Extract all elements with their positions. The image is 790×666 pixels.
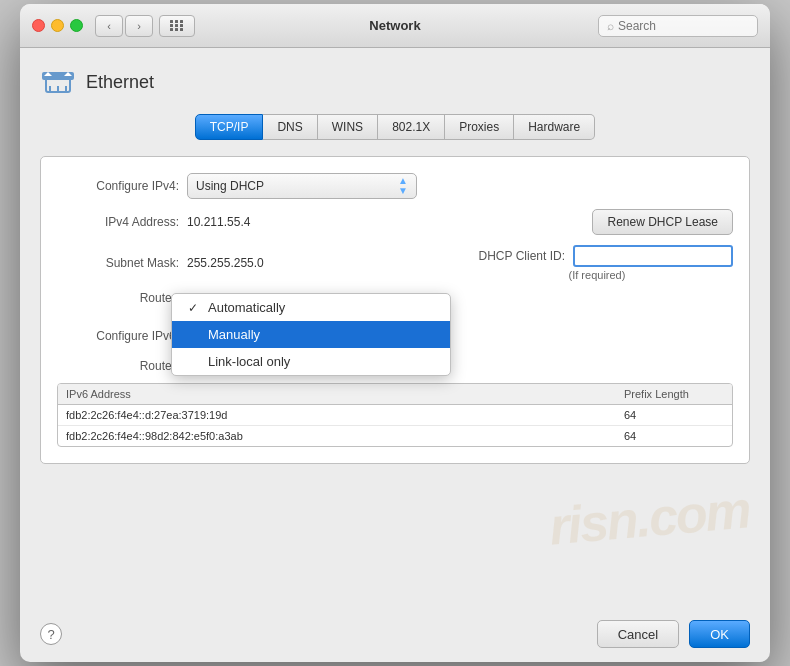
traffic-lights xyxy=(32,19,83,32)
dhcp-client-id-label: DHCP Client ID: xyxy=(479,249,565,263)
configure-ipv4-select[interactable]: Using DHCP ▲▼ xyxy=(187,173,417,199)
subnet-mask-row: Subnet Mask: 255.255.255.0 DHCP Client I… xyxy=(57,245,733,281)
ipv4-address-value: 10.211.55.4 xyxy=(187,215,250,229)
ipv6-col-addr-header: IPv6 Address xyxy=(66,388,624,400)
ethernet-header: Ethernet xyxy=(40,64,750,100)
ipv6-table: IPv6 Address Prefix Length fdb2:2c26:f4e… xyxy=(57,383,733,447)
dhcp-client-id-row: DHCP Client ID: xyxy=(479,245,733,267)
tab-wins[interactable]: WINS xyxy=(318,114,378,140)
help-button[interactable]: ? xyxy=(40,623,62,645)
dhcp-client-id-input[interactable] xyxy=(573,245,733,267)
dropdown-item-manually[interactable]: Manually xyxy=(172,321,450,348)
nav-buttons: ‹ › xyxy=(95,15,153,37)
bottom-right-buttons: Cancel OK xyxy=(597,620,750,648)
fullscreen-button[interactable] xyxy=(70,19,83,32)
router-label: Router: xyxy=(57,291,187,305)
search-icon: ⌕ xyxy=(607,19,614,33)
minimize-button[interactable] xyxy=(51,19,64,32)
bottom-bar: ? Cancel OK xyxy=(20,608,770,662)
configure-ipv6-dropdown: ✓ Automatically Manually Link-local only xyxy=(171,293,451,376)
ipv6-addr-1: fdb2:2c26:f4e4::98d2:842:e5f0:a3ab xyxy=(66,430,624,442)
ethernet-icon xyxy=(40,64,76,100)
form-area: Configure IPv4: Using DHCP ▲▼ IPv4 Addre… xyxy=(40,156,750,464)
tab-proxies[interactable]: Proxies xyxy=(445,114,514,140)
ipv6-row-1[interactable]: fdb2:2c26:f4e4::98d2:842:e5f0:a3ab 64 xyxy=(58,426,732,446)
search-input[interactable] xyxy=(618,19,749,33)
search-box[interactable]: ⌕ xyxy=(598,15,758,37)
ipv6-row-0[interactable]: fdb2:2c26:f4e4::d:27ea:3719:19d 64 xyxy=(58,405,732,426)
grid-icon xyxy=(170,20,184,31)
tab-tcpip[interactable]: TCP/IP xyxy=(195,114,264,140)
renew-dhcp-button[interactable]: Renew DHCP Lease xyxy=(592,209,733,235)
configure-ipv4-row: Configure IPv4: Using DHCP ▲▼ xyxy=(57,173,733,199)
ipv6-prefix-0: 64 xyxy=(624,409,724,421)
tab-dns[interactable]: DNS xyxy=(263,114,317,140)
dhcp-hint: (If required) xyxy=(569,269,626,281)
forward-button[interactable]: › xyxy=(125,15,153,37)
tab-8021x[interactable]: 802.1X xyxy=(378,114,445,140)
cancel-button[interactable]: Cancel xyxy=(597,620,679,648)
ipv6-addr-0: fdb2:2c26:f4e4::d:27ea:3719:19d xyxy=(66,409,624,421)
ipv6-prefix-1: 64 xyxy=(624,430,724,442)
dropdown-item-link-local[interactable]: Link-local only xyxy=(172,348,450,375)
main-window: ‹ › Network ⌕ xyxy=(20,4,770,662)
dropdown-item-automatically[interactable]: ✓ Automatically xyxy=(172,294,450,321)
ipv6-table-header: IPv6 Address Prefix Length xyxy=(58,384,732,405)
titlebar: ‹ › Network ⌕ xyxy=(20,4,770,48)
tab-hardware[interactable]: Hardware xyxy=(514,114,595,140)
configure-ipv4-value: Using DHCP xyxy=(196,179,394,193)
content-area: Ethernet TCP/IP DNS WINS 802.1X Proxies … xyxy=(20,48,770,608)
ipv6-col-prefix-header: Prefix Length xyxy=(624,388,724,400)
subnet-mask-value: 255.255.255.0 xyxy=(187,256,264,270)
window-title: Network xyxy=(369,18,420,33)
close-button[interactable] xyxy=(32,19,45,32)
tabs-bar: TCP/IP DNS WINS 802.1X Proxies Hardware xyxy=(40,114,750,140)
ethernet-label: Ethernet xyxy=(86,72,154,93)
back-button[interactable]: ‹ xyxy=(95,15,123,37)
select-arrows-icon: ▲▼ xyxy=(398,176,408,196)
checkmark-icon: ✓ xyxy=(188,301,204,315)
ok-button[interactable]: OK xyxy=(689,620,750,648)
grid-button[interactable] xyxy=(159,15,195,37)
configure-ipv4-label: Configure IPv4: xyxy=(57,179,187,193)
subnet-mask-label: Subnet Mask: xyxy=(57,256,187,270)
router-ipv6-label: Router: xyxy=(57,359,187,373)
configure-ipv6-label: Configure IPv6: xyxy=(57,329,187,343)
ipv4-address-row: IPv4 Address: 10.211.55.4 Renew DHCP Lea… xyxy=(57,209,733,235)
ipv4-address-label: IPv4 Address: xyxy=(57,215,187,229)
watermark: risn.com xyxy=(547,479,752,556)
